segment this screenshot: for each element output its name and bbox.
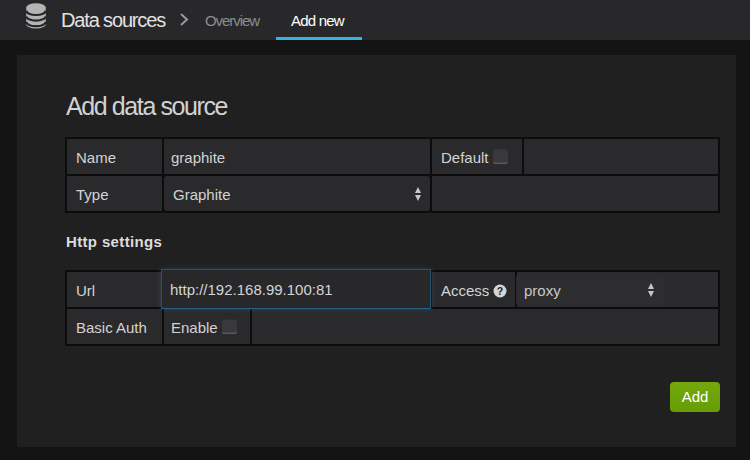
svg-text:?: ? [497,285,503,297]
